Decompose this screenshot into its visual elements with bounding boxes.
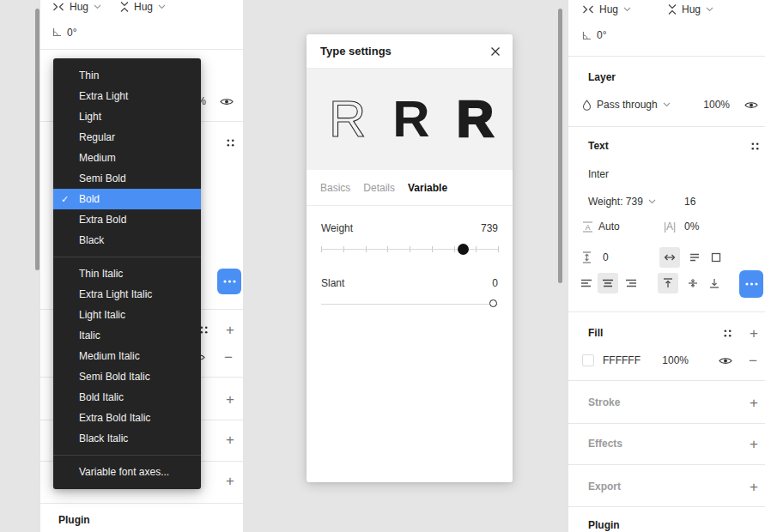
menu-item[interactable]: Medium Italic	[53, 346, 201, 366]
add-fill-button[interactable]: +	[750, 326, 758, 340]
menu-item[interactable]: Semi Bold	[53, 168, 201, 189]
add-stroke-button[interactable]: +	[750, 396, 758, 409]
remove-fill-button[interactable]: −	[224, 350, 233, 364]
menu-item[interactable]: Thin	[53, 65, 201, 86]
line-height-value: Auto	[598, 221, 620, 233]
tab-variable[interactable]: Variable	[408, 182, 447, 194]
fill-color-swatch[interactable]	[582, 354, 594, 367]
chevron-down-icon	[623, 7, 631, 12]
divider	[568, 311, 765, 312]
more-options-button[interactable]	[217, 269, 241, 294]
hug-width-control[interactable]: Hug	[582, 3, 631, 16]
close-icon[interactable]	[490, 46, 501, 57]
slant-value[interactable]: 0	[492, 277, 498, 289]
tab-details[interactable]: Details	[363, 182, 395, 194]
add-effect-button[interactable]: +	[226, 432, 234, 446]
styles-handle-icon[interactable]	[200, 323, 208, 336]
remove-fill-button[interactable]: −	[749, 354, 757, 367]
rotation-field[interactable]: 0°	[582, 28, 606, 42]
chevron-down-icon	[663, 102, 671, 107]
more-options-button[interactable]	[739, 270, 763, 298]
right-inspector-panel: Hug Hug 0° Layer Pass through	[568, 0, 765, 532]
menu-item[interactable]: Light Italic	[53, 305, 201, 325]
left-sizing-row: Hug Hug	[40, 0, 243, 13]
font-family-select[interactable]: Inter	[588, 167, 609, 181]
hug-height-control[interactable]: Hug	[668, 3, 713, 16]
stroke-section-title: Stroke	[588, 396, 620, 409]
divider	[568, 380, 765, 381]
hug-height-control[interactable]: Hug	[120, 0, 166, 13]
menu-item[interactable]: Semi Bold Italic	[53, 366, 201, 387]
hug-width-value: Hug	[599, 3, 618, 15]
weight-label-row: Weight 739	[321, 222, 498, 234]
chevron-down-icon	[158, 4, 166, 9]
tab-basics[interactable]: Basics	[320, 182, 350, 194]
blend-mode-value: Pass through	[597, 99, 658, 111]
chevron-down-icon	[94, 4, 101, 9]
rotation-field[interactable]: 0°	[52, 26, 76, 39]
menu-item[interactable]: Extra Light Italic	[53, 284, 201, 305]
align-left-button[interactable]	[576, 273, 597, 293]
eye-icon[interactable]	[744, 98, 758, 112]
menu-item[interactable]: Regular	[53, 127, 201, 148]
styles-handle-icon[interactable]	[724, 326, 732, 340]
menu-item[interactable]: Thin Italic	[53, 263, 201, 284]
menu-item[interactable]: Extra Light	[53, 86, 201, 106]
add-export-button[interactable]: +	[750, 480, 758, 493]
add-export-button[interactable]: +	[226, 474, 234, 487]
add-effect-button[interactable]: +	[750, 437, 758, 450]
eye-icon[interactable]	[220, 94, 234, 108]
fixed-size-button[interactable]	[706, 247, 726, 268]
menu-item[interactable]: Bold Italic	[53, 387, 201, 408]
text-section-title: Text	[588, 139, 609, 153]
menu-item[interactable]: Light	[53, 106, 201, 127]
font-size-field[interactable]: 16	[684, 195, 695, 209]
line-height-field[interactable]: A Auto	[582, 220, 620, 233]
slant-slider-handle[interactable]	[489, 299, 497, 307]
letter-spacing-field[interactable]: 0%	[684, 220, 699, 233]
auto-height-button[interactable]	[684, 247, 705, 268]
add-fill-button[interactable]: +	[226, 323, 234, 336]
slant-label-row: Slant 0	[321, 277, 498, 289]
add-stroke-button[interactable]: +	[226, 392, 234, 406]
eye-icon[interactable]	[719, 354, 732, 367]
blend-mode-select[interactable]: Pass through	[582, 98, 671, 112]
weight-slider[interactable]	[321, 244, 498, 255]
divider	[568, 56, 765, 57]
align-right-button[interactable]	[621, 273, 641, 293]
weight-slider-handle[interactable]	[458, 244, 469, 255]
valign-top-button[interactable]	[658, 273, 678, 293]
layer-opacity-field[interactable]: 100%	[703, 98, 730, 112]
menu-item[interactable]: Italic	[53, 325, 201, 346]
scrollbar-thumb-left[interactable]	[35, 9, 39, 270]
slant-slider[interactable]	[321, 299, 498, 310]
scrollbar-thumb-right[interactable]	[558, 9, 562, 283]
rotation-row: 0°	[568, 28, 765, 42]
menu-item[interactable]: Black	[53, 230, 201, 251]
paragraph-spacing-field[interactable]: 0	[603, 247, 609, 268]
valign-middle-button[interactable]	[683, 273, 703, 293]
fill-opacity-field[interactable]: 100%	[662, 354, 689, 367]
styles-handle-icon[interactable]	[227, 136, 234, 149]
align-center-button[interactable]	[598, 273, 618, 293]
divider	[568, 126, 765, 127]
weight-value[interactable]: 739	[481, 222, 498, 234]
menu-item[interactable]: Medium	[53, 148, 201, 168]
paragraph-spacing-icon	[582, 247, 592, 268]
styles-handle-icon[interactable]	[751, 139, 759, 153]
sizing-row: Hug Hug	[568, 3, 765, 16]
font-weight-select[interactable]: Weight: 739	[588, 195, 656, 209]
fill-color-value[interactable]: FFFFFF	[603, 354, 641, 367]
spacing-row: A Auto |A| 0%	[568, 220, 765, 233]
layer-section-title: Layer	[588, 70, 616, 84]
menu-item[interactable]: Extra Bold	[53, 209, 201, 230]
slant-label: Slant	[321, 277, 344, 289]
type-settings-dialog: Type settings R R R Basics Details Varia…	[307, 34, 513, 482]
hug-width-control[interactable]: Hug	[52, 0, 101, 13]
auto-width-button[interactable]	[659, 247, 680, 268]
menu-item-selected[interactable]: ✓ Bold	[53, 189, 201, 209]
valign-bottom-button[interactable]	[704, 273, 725, 293]
menu-item-variable-font-axes[interactable]: Variable font axes...	[53, 462, 201, 482]
menu-item[interactable]: Black Italic	[53, 428, 201, 449]
menu-item[interactable]: Extra Bold Italic	[53, 408, 201, 428]
